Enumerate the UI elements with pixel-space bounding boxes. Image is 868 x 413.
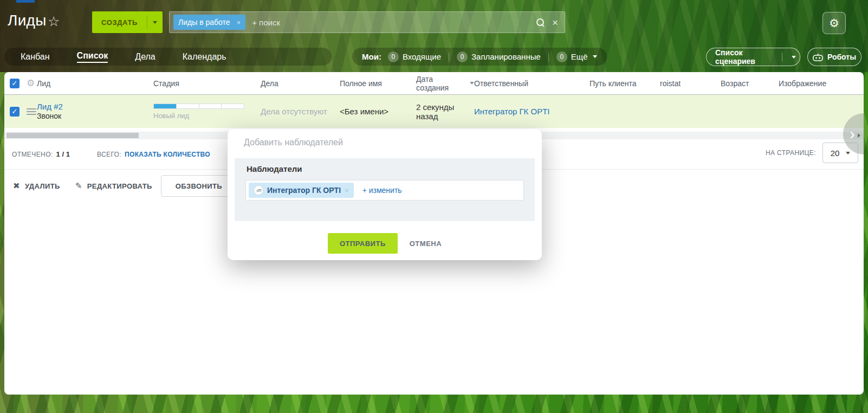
remove-observer-icon[interactable]: × [345, 186, 349, 195]
stage-progress-bar[interactable] [153, 104, 244, 109]
chevron-down-icon [593, 55, 597, 58]
remove-filter-icon[interactable]: × [237, 18, 241, 27]
submit-label: ОТПРАВИТЬ [340, 240, 386, 248]
view-tabs: Канбан Список Дела Календарь [4, 48, 332, 66]
responsible-link[interactable]: Интегратор ГК OPTI [474, 107, 550, 116]
column-header-lead[interactable]: Лид [37, 79, 153, 88]
counter-badge: 0 [556, 51, 567, 62]
observer-tag-label: Интегратор ГК OPTI [267, 186, 341, 195]
check-icon: ✓ [12, 107, 18, 115]
create-button-label: СОЗДАТЬ [92, 11, 147, 33]
sort-desc-icon [470, 82, 474, 85]
column-header-roistat[interactable]: roistat [660, 79, 721, 88]
scenario-dropdown-button[interactable] [788, 56, 800, 59]
favorite-star-icon[interactable]: ☆ [48, 14, 60, 29]
tab-list[interactable]: Список [77, 51, 108, 63]
edit-label: РЕДАКТИРОВАТЬ [87, 182, 152, 190]
table-row[interactable]: ✓ Лид #2 Звонок Новый лид Дела отсутству… [4, 95, 864, 128]
counters-label: Мои: [362, 52, 381, 61]
observer-avatar [254, 185, 263, 195]
created-cell: 2 секунды назад [416, 102, 474, 121]
column-header-activities[interactable]: Дела [261, 79, 340, 88]
per-page-label: НА СТРАНИЦЕ: [766, 149, 816, 157]
show-count-link[interactable]: ПОКАЗАТЬ КОЛИЧЕСТВО [125, 151, 210, 158]
grid-settings-gear-icon[interactable]: ⚙ [27, 78, 35, 89]
app-background: Лиды ☆ СОЗДАТЬ Лиды в работе × + поиск ×… [0, 0, 868, 413]
grid-header-row: ✓ ⚙ Лид Стадия Дела Полное имя Дата созд… [4, 72, 864, 95]
clear-search-icon[interactable]: × [552, 17, 558, 28]
row-checkbox[interactable]: ✓ [10, 107, 20, 117]
scenario-divider [782, 53, 782, 61]
column-header-responsible[interactable]: Ответственный [474, 79, 590, 88]
browser-tab-strip [16, 0, 35, 3]
checked-value: 1 / 1 [56, 150, 70, 158]
per-page-value: 20 [831, 149, 840, 158]
search-filter-tag-label: Лиды в работе [178, 18, 230, 27]
column-header-client-path[interactable]: Путь клиента [590, 79, 660, 88]
chevron-right-icon: › [850, 125, 855, 143]
lead-link[interactable]: Лид #2 [37, 102, 153, 111]
stage-segment-filled [154, 104, 177, 108]
search-filter-tag[interactable]: Лиды в работе × [173, 15, 245, 30]
select-all-checkbox[interactable]: ✓ [10, 79, 20, 88]
counter-badge: 0 [457, 51, 468, 62]
settings-button[interactable]: ⚙ [822, 12, 846, 34]
counter-planned-label: Запланированные [471, 52, 541, 61]
counter-more[interactable]: 0 Ещё [556, 51, 597, 62]
delete-label: УДАЛИТЬ [25, 182, 60, 190]
stage-segment [199, 104, 222, 108]
search-input[interactable]: + поиск [252, 18, 536, 27]
change-observers-link[interactable]: + изменить [362, 186, 402, 195]
tab-calendar[interactable]: Календарь [183, 52, 226, 62]
row-menu-icon[interactable] [27, 108, 36, 115]
counter-incoming[interactable]: 0 Входящие [388, 51, 441, 62]
chevron-down-icon [153, 21, 157, 24]
stage-label: Новый лид [153, 112, 245, 120]
lead-subtitle: Звонок [37, 112, 61, 120]
column-header-image[interactable]: Изображение [779, 79, 864, 88]
column-header-stage[interactable]: Стадия [153, 79, 261, 88]
chevron-down-icon [792, 56, 796, 59]
call-label: ОБЗВОНИТЬ [176, 182, 222, 190]
create-dropdown-button[interactable] [147, 11, 163, 33]
scenario-list-button[interactable]: Список сценариев [706, 48, 800, 66]
stage-segment [177, 104, 199, 108]
counter-badge: 0 [388, 51, 399, 62]
total-label: ВСЕГО: [97, 151, 121, 158]
robot-icon [813, 53, 823, 61]
call-button[interactable]: ОБЗВОНИТЬ [161, 175, 237, 197]
search-bar[interactable]: Лиды в работе × + поиск × [169, 11, 565, 33]
robots-label: Роботы [827, 53, 856, 61]
observers-input[interactable]: Интегратор ГК OPTI × + изменить [245, 180, 524, 201]
robots-button[interactable]: Роботы [807, 48, 861, 66]
counter-divider [548, 53, 549, 61]
modal-title: Добавить наблюдателей [244, 138, 343, 147]
chevron-down-icon [846, 152, 850, 154]
page-title: Лиды [8, 12, 47, 29]
counter-more-label: Ещё [571, 52, 588, 61]
counters-bar: Мои: 0 Входящие 0 Запланированные 0 Ещё [352, 48, 607, 66]
stage-segment [222, 104, 244, 108]
create-button[interactable]: СОЗДАТЬ [92, 11, 163, 33]
activities-cell: Дела отсутствуют [261, 107, 340, 116]
gear-icon: ⚙ [829, 17, 839, 30]
delete-button[interactable]: ✖ УДАЛИТЬ [13, 181, 60, 191]
counter-incoming-label: Входящие [403, 52, 441, 61]
checked-label: ОТМЕЧЕНО: [12, 151, 53, 158]
observer-tag[interactable]: Интегратор ГК OPTI × [249, 183, 354, 198]
pencil-icon: ✎ [75, 181, 82, 191]
column-header-age[interactable]: Возраст [721, 79, 779, 88]
tab-activities[interactable]: Дела [135, 52, 155, 62]
edit-button[interactable]: ✎ РЕДАКТИРОВАТЬ [75, 181, 152, 191]
cancel-button[interactable]: ОТМЕНА [410, 240, 442, 248]
scenario-list-label: Список сценариев [715, 48, 775, 66]
delete-x-icon: ✖ [13, 181, 20, 191]
column-header-created[interactable]: Дата создания [416, 75, 474, 92]
column-header-fullname[interactable]: Полное имя [340, 79, 416, 88]
counter-planned[interactable]: 0 Запланированные [457, 51, 541, 62]
tab-kanban[interactable]: Канбан [21, 52, 50, 62]
scrollbar-thumb[interactable] [7, 133, 139, 138]
observers-section: Наблюдатели Интегратор ГК OPTI × + измен… [235, 158, 535, 221]
search-icon[interactable] [536, 18, 545, 27]
submit-button[interactable]: ОТПРАВИТЬ [328, 233, 398, 254]
